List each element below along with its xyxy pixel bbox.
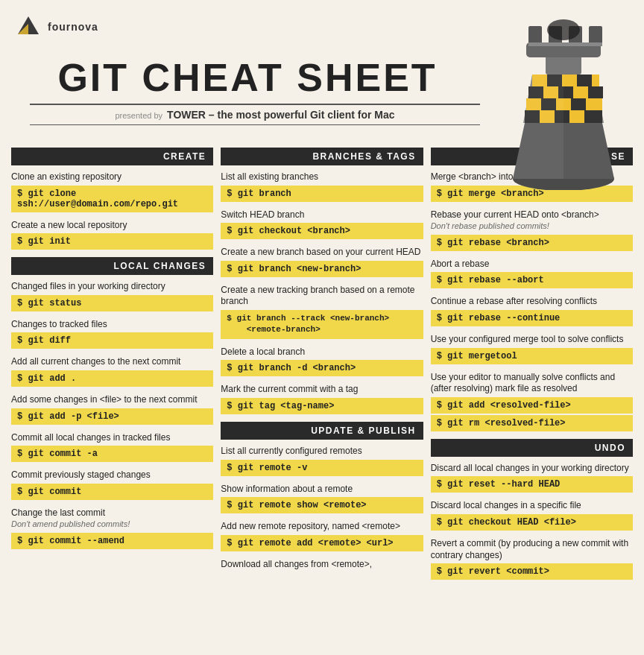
diff-cmd: $ git diff xyxy=(11,332,213,349)
add-all-cmd: $ git add . xyxy=(11,370,213,387)
branch-delete-cmd: $ git branch -d <branch> xyxy=(221,360,423,376)
add-all-block: Add all current changes to the next comm… xyxy=(11,356,213,387)
remote-add-cmd: $ git remote add <remote> <url> xyxy=(221,535,423,551)
branch-new-block: Create a new branch based on your curren… xyxy=(221,247,423,277)
presented-by-label: presented by xyxy=(115,111,162,120)
commit-amend-block: Change the last commitDon't amend publis… xyxy=(11,507,213,549)
column-3: MERGE & REBASE Merge <branch> into your … xyxy=(427,148,637,587)
branch-track-desc: Create a new tracking branch based on a … xyxy=(221,285,423,308)
rebase-desc: Rebase your current HEAD onto <branch>Do… xyxy=(431,209,633,232)
diff-desc: Changes to tracked files xyxy=(11,319,213,331)
branch-delete-desc: Delete a local branch xyxy=(221,347,423,358)
resolve-add-cmd: $ git add <resolved-file> xyxy=(431,397,633,414)
mergetool-cmd: $ git mergetool xyxy=(431,348,633,364)
revert-block: Revert a commit (by producing a new comm… xyxy=(431,538,633,580)
svg-rect-12 xyxy=(588,86,603,98)
status-desc: Changed files in your working directory xyxy=(11,281,213,293)
rebase-continue-cmd: $ git rebase --continue xyxy=(431,310,633,326)
branch-track-cmd: $ git branch --track <new-branch> <remot… xyxy=(221,310,423,339)
revert-desc: Revert a commit (by producing a new comm… xyxy=(431,538,633,561)
remote-v-desc: List all currently configured remotes xyxy=(221,446,423,458)
svg-rect-16 xyxy=(571,98,586,110)
add-all-desc: Add all current changes to the next comm… xyxy=(11,356,213,368)
column-2: BRANCHES & TAGS List all existing branch… xyxy=(217,148,426,587)
resolve-block: Use your editor to manually solve confli… xyxy=(431,372,633,431)
clone-desc: Clone an existing repository xyxy=(11,171,213,183)
branch-list-cmd: $ git branch xyxy=(221,186,423,202)
local-changes-header: LOCAL CHANGES xyxy=(11,257,213,275)
header: fournova xyxy=(0,0,644,133)
resolve-rm-cmd: $ git rm <resolved-file> xyxy=(431,415,633,431)
checkout-block: Switch HEAD branch $ git checkout <branc… xyxy=(221,209,423,240)
title-area: GIT CHEAT SHEET xyxy=(15,40,480,104)
svg-rect-21 xyxy=(569,110,584,123)
status-block: Changed files in your working directory … xyxy=(11,281,213,311)
svg-point-30 xyxy=(547,19,580,40)
branch-list-block: List all existing branches $ git branch xyxy=(221,171,423,202)
main-title: GIT CHEAT SHEET xyxy=(15,55,480,100)
undo-header: UNDO xyxy=(431,439,633,457)
branch-new-desc: Create a new branch based on your curren… xyxy=(221,247,423,259)
commit-a-block: Commit all local changes in tracked file… xyxy=(11,432,213,463)
clone-block: Clone an existing repository $ git clone… xyxy=(11,171,213,212)
checkout-file-desc: Discard local changes in a specific file xyxy=(431,500,633,512)
commit-desc: Commit previously staged changes xyxy=(11,469,213,481)
svg-rect-7 xyxy=(592,75,599,86)
rebase-abort-block: Abort a rebase $ git rebase --abort xyxy=(431,259,633,289)
fetch-block: Download all changes from <remote>, xyxy=(221,559,423,571)
svg-rect-22 xyxy=(584,110,602,123)
tag-block: Mark the current commit with a tag $ git… xyxy=(221,384,423,414)
remote-v-cmd: $ git remote -v xyxy=(221,460,423,476)
remote-add-block: Add new remote repository, named <remote… xyxy=(221,521,423,551)
tag-cmd: $ git tag <tag-name> xyxy=(221,398,423,414)
init-cmd: $ git init xyxy=(11,233,213,250)
commit-block: Commit previously staged changes $ git c… xyxy=(11,469,213,500)
resolve-desc: Use your editor to manually solve confli… xyxy=(431,372,633,395)
reset-hard-block: Discard all local changes in your workin… xyxy=(431,463,633,493)
svg-rect-5 xyxy=(562,75,577,86)
branch-track-block: Create a new tracking branch based on a … xyxy=(221,285,423,339)
commit-a-desc: Commit all local changes in tracked file… xyxy=(11,432,213,444)
rebase-continue-block: Continue a rebase after resolving confli… xyxy=(431,296,633,326)
tag-desc: Mark the current commit with a tag xyxy=(221,384,423,396)
add-p-desc: Add some changes in <file> to the next c… xyxy=(11,394,213,406)
commit-amend-desc: Change the last commitDon't amend publis… xyxy=(11,507,213,531)
rebase-note: Don't rebase published commits! xyxy=(431,221,549,230)
revert-cmd: $ git revert <commit> xyxy=(431,563,633,580)
branches-tags-header: BRANCHES & TAGS xyxy=(221,148,423,165)
remote-show-block: Show information about a remote $ git re… xyxy=(221,484,423,514)
add-p-block: Add some changes in <file> to the next c… xyxy=(11,394,213,425)
fetch-desc: Download all changes from <remote>, xyxy=(221,559,423,571)
create-section-header: CREATE xyxy=(11,148,213,165)
rebase-abort-desc: Abort a rebase xyxy=(431,259,633,270)
svg-rect-23 xyxy=(546,54,581,75)
rebase-abort-cmd: $ git rebase --abort xyxy=(431,272,633,288)
update-publish-header: UPDATE & PUBLISH xyxy=(221,422,423,440)
svg-rect-6 xyxy=(577,75,592,86)
branch-new-cmd: $ git branch <new-branch> xyxy=(221,261,423,277)
rebase-cmd: $ git rebase <branch> xyxy=(431,235,633,251)
amend-note: Don't amend published commits! xyxy=(11,519,130,528)
subtitle-line: presented byTOWER – the most powerful Gi… xyxy=(30,104,480,125)
checkout-desc: Switch HEAD branch xyxy=(221,209,423,221)
tower-tagline: TOWER – the most powerful Git client for… xyxy=(167,109,394,121)
fournova-logo-icon xyxy=(15,13,42,40)
logo-text: fournova xyxy=(48,21,98,33)
branch-delete-block: Delete a local branch $ git branch -d <b… xyxy=(221,347,423,377)
remote-v-block: List all currently configured remotes $ … xyxy=(221,446,423,476)
clone-cmd: $ git clone ssh://user@domain.com/repo.g… xyxy=(11,186,213,212)
svg-rect-17 xyxy=(586,98,602,110)
svg-rect-29 xyxy=(528,42,602,46)
status-cmd: $ git status xyxy=(11,295,213,311)
commit-cmd: $ git commit xyxy=(11,484,213,500)
remote-add-desc: Add new remote repository, named <remote… xyxy=(221,521,423,533)
init-block: Create a new local repository $ git init xyxy=(11,220,213,250)
column-1: CREATE Clone an existing repository $ gi… xyxy=(7,148,217,587)
commit-amend-cmd: $ git commit --amend xyxy=(11,533,213,549)
checkout-file-block: Discard local changes in a specific file… xyxy=(431,500,633,531)
checkout-cmd: $ git checkout <branch> xyxy=(221,223,423,239)
mergetool-desc: Use your configured merge tool to solve … xyxy=(431,334,633,346)
remote-show-cmd: $ git remote show <remote> xyxy=(221,497,423,513)
branch-list-desc: List all existing branches xyxy=(221,171,423,183)
remote-show-desc: Show information about a remote xyxy=(221,484,423,496)
